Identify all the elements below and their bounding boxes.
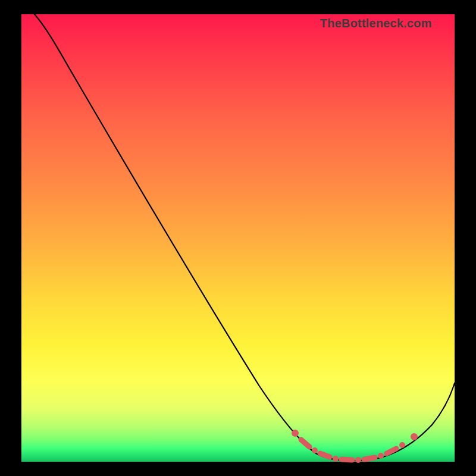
svg-point-10: [399, 442, 405, 448]
svg-point-2: [312, 447, 318, 453]
highlight-valley: [292, 430, 418, 463]
svg-point-6: [355, 457, 361, 463]
svg-line-3: [320, 453, 330, 457]
plot-area: TheBottleneck.com: [21, 14, 455, 462]
svg-point-8: [378, 453, 384, 459]
svg-point-11: [411, 433, 418, 440]
bottleneck-curve-line: [35, 14, 455, 461]
svg-point-4: [333, 456, 339, 462]
svg-line-5: [342, 459, 352, 460]
svg-line-1: [301, 440, 309, 447]
curve-layer: [21, 14, 455, 462]
chart-frame: TheBottleneck.com: [0, 0, 476, 476]
svg-point-0: [292, 430, 299, 437]
svg-line-7: [364, 458, 375, 459]
